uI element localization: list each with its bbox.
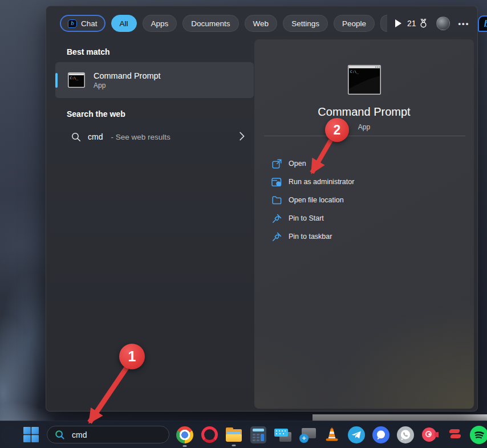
run-as-admin-icon (271, 177, 282, 187)
taskbar-icon-whatsapp[interactable] (396, 426, 415, 444)
taskbar: cmd + (0, 421, 487, 448)
action-list: Open Run as administrator (254, 154, 474, 246)
taskbar-icon-file-explorer[interactable] (225, 426, 243, 444)
running-indicator (232, 445, 236, 446)
touch-keyboard-icon (274, 426, 292, 443)
tab-chat[interactable]: b Chat (60, 15, 105, 32)
tab-bar-right-cluster: 21 ••• b (407, 15, 487, 32)
screen-recorder-icon (421, 426, 439, 443)
action-open[interactable]: Open (254, 154, 474, 173)
user-avatar[interactable] (436, 17, 450, 30)
action-pin-to-taskbar[interactable]: Pin to taskbar (254, 227, 474, 246)
detail-subtitle: App (254, 123, 474, 131)
best-match-subtitle: App (94, 82, 161, 89)
rewards-counter[interactable]: 21 (407, 18, 428, 28)
taskbar-icon-calculator[interactable] (249, 426, 267, 444)
action-run-as-administrator[interactable]: Run as administrator (254, 173, 474, 191)
taskbar-icon-screen-recorder[interactable] (421, 426, 439, 444)
annotation-badge-2: 2 (325, 118, 349, 142)
search-icon (55, 430, 65, 440)
taskbar-icon-red-stack-app[interactable] (445, 426, 464, 444)
bing-chat-icon: b (68, 19, 77, 28)
tab-all[interactable]: All (111, 15, 137, 32)
tab-people[interactable]: People (334, 15, 375, 32)
tab-settings[interactable]: Settings (283, 15, 328, 32)
folder-icon (271, 196, 282, 205)
tab-partial (380, 15, 387, 32)
taskbar-icon-vlc[interactable] (323, 426, 341, 444)
tab-web[interactable]: Web (245, 15, 278, 32)
signal-icon (372, 426, 389, 443)
taskbar-icon-spotify[interactable] (470, 426, 487, 444)
web-search-heading: Search the web (67, 109, 125, 119)
best-match-heading: Best match (67, 47, 109, 56)
vlc-icon (323, 426, 340, 443)
taskbar-icon-telegram[interactable] (347, 426, 366, 444)
selection-accent-bar (55, 73, 58, 88)
rewards-count: 21 (407, 19, 416, 28)
search-flyout: b Chat All Apps Documents Web Settings P… (46, 6, 478, 412)
best-match-result[interactable]: C:\_ Command Prompt App (55, 62, 254, 98)
taskbar-icon-touch-keyboard[interactable] (274, 426, 292, 444)
command-prompt-icon: C:\_ (68, 72, 85, 88)
chevron-right-icon (240, 132, 245, 141)
detail-title: Command Prompt (254, 105, 474, 119)
web-query: cmd (88, 132, 103, 141)
calculator-icon (250, 426, 266, 443)
running-indicator (183, 445, 187, 447)
action-open-file-location[interactable]: Open file location (254, 191, 474, 209)
pin-icon (271, 214, 282, 223)
svg-text:C:\_: C:\_ (350, 70, 359, 74)
bing-logo-icon[interactable]: b (478, 15, 487, 32)
taskbar-icon-magnifier[interactable]: + (298, 426, 316, 444)
taskbar-icon-opera[interactable] (200, 426, 218, 444)
best-match-title: Command Prompt (94, 71, 161, 80)
svg-text:C:\_: C:\_ (70, 76, 79, 80)
taskbar-search-value: cmd (72, 430, 87, 439)
whatsapp-icon (397, 426, 414, 443)
taskbar-search-box[interactable]: cmd (47, 426, 169, 443)
spotify-icon (470, 426, 487, 444)
background-window-strip (313, 414, 487, 421)
web-search-result[interactable]: cmd - See web results (55, 124, 254, 150)
divider (264, 136, 465, 136)
result-detail-panel: C:\_ Command Prompt App Open (254, 39, 474, 409)
search-icon (71, 132, 81, 142)
taskbar-icon-chrome[interactable] (176, 426, 194, 444)
taskbar-icon-signal[interactable] (372, 426, 390, 444)
more-options-icon[interactable]: ••• (458, 19, 470, 28)
magnifier-tool-icon: + (298, 426, 316, 443)
tab-chat-label: Chat (81, 19, 98, 28)
web-result-suffix: - See web results (111, 133, 170, 141)
play-icon[interactable] (395, 19, 401, 27)
annotation-badge-1: 1 (119, 344, 145, 369)
tab-documents[interactable]: Documents (182, 15, 238, 32)
desktop: b Chat All Apps Documents Web Settings P… (0, 0, 487, 448)
tab-apps[interactable]: Apps (143, 15, 177, 32)
red-stack-icon (446, 426, 463, 443)
telegram-icon (348, 426, 365, 443)
chrome-icon (176, 426, 193, 443)
command-prompt-large-icon: C:\_ (348, 65, 381, 95)
windows-logo-icon (23, 426, 39, 443)
pin-icon (271, 232, 282, 242)
start-button[interactable] (22, 426, 40, 444)
file-explorer-icon (225, 427, 243, 442)
opera-icon (201, 426, 218, 443)
open-external-icon (271, 159, 282, 169)
medal-icon (419, 18, 428, 28)
action-pin-to-start[interactable]: Pin to Start (254, 209, 474, 227)
search-tab-bar: b Chat All Apps Documents Web Settings P… (60, 14, 470, 32)
